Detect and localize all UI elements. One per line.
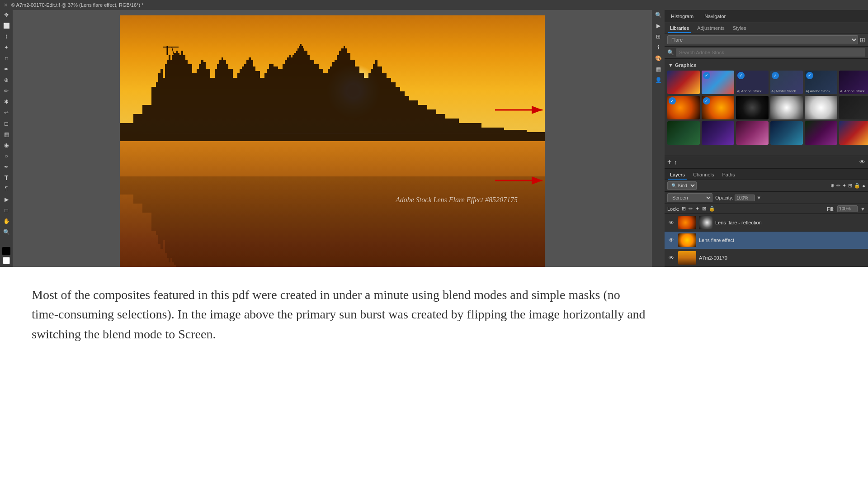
- brush-tool[interactable]: ✏: [1, 86, 11, 96]
- layer-visibility-2[interactable]: 👁: [667, 254, 675, 262]
- zoom-tool[interactable]: 🔍: [1, 227, 11, 237]
- lasso-tool[interactable]: ⌇: [1, 32, 11, 42]
- graphic-item[interactable]: ✓ A| Adobe Stock: [770, 71, 803, 94]
- filter-icon1[interactable]: ⊕: [830, 183, 835, 189]
- history-brush-tool[interactable]: ↩: [1, 108, 11, 118]
- fill-input[interactable]: [837, 205, 858, 212]
- graphic-item[interactable]: [839, 121, 868, 145]
- graphic-check: ✓: [806, 72, 813, 79]
- path-selection-tool[interactable]: ▶: [1, 195, 11, 204]
- graphic-item[interactable]: A| Adobe Stock: [839, 71, 868, 94]
- filter-icon4[interactable]: ⊞: [848, 183, 852, 189]
- graphic-item[interactable]: [702, 121, 734, 145]
- graphic-check: ✓: [669, 97, 676, 104]
- magic-wand-tool[interactable]: ✦: [1, 43, 11, 52]
- opacity-arrow[interactable]: ▼: [756, 195, 761, 200]
- filter-icon2[interactable]: ✏: [836, 183, 840, 189]
- tab-paths[interactable]: Paths: [721, 171, 737, 180]
- red-arrow-top: [495, 101, 545, 121]
- dodge-tool[interactable]: ○: [1, 151, 11, 161]
- filter-icon6[interactable]: ●: [862, 183, 865, 189]
- graphics-grid: ✓ ✓ A| Adobe Stock ✓ A| Adobe Stock ✓ A|…: [666, 71, 866, 145]
- tab-adjustments[interactable]: Adjustments: [695, 24, 726, 33]
- type-tool[interactable]: T: [1, 173, 11, 183]
- clone-stamp-tool[interactable]: ✱: [1, 97, 11, 107]
- play-icon[interactable]: ▶: [653, 21, 663, 31]
- shape-tool[interactable]: □: [1, 205, 11, 215]
- blend-mode-dropdown[interactable]: Screen: [667, 193, 712, 202]
- filter-icon5[interactable]: 🔒: [854, 183, 860, 189]
- layer-item-1[interactable]: 👁 Lens flare effect: [665, 232, 868, 249]
- background-color[interactable]: [3, 257, 10, 264]
- canvas-area: Adobe Stock Lens Flare Effect #85207175: [13, 10, 652, 267]
- hand-tool[interactable]: ✋: [1, 216, 11, 226]
- layers-panel: Layers Channels Paths 🔍 Kind ⊕ ✏ ✦ ⊞ 🔒 ●: [665, 168, 868, 267]
- graphic-item[interactable]: ✓: [702, 96, 734, 119]
- paragraph-tool[interactable]: ¶: [1, 184, 11, 194]
- graphic-item[interactable]: ✓: [702, 71, 734, 94]
- graphic-item[interactable]: [805, 96, 837, 119]
- lock-pixels-icon[interactable]: ⊞: [682, 206, 686, 212]
- graphic-item[interactable]: ✓ A| Adobe Stock: [736, 71, 769, 94]
- fill-arrow[interactable]: ▼: [860, 206, 865, 212]
- grid-icon[interactable]: ⊞: [653, 32, 663, 42]
- layer-item-0[interactable]: 👁 Lens flare - reflection: [665, 214, 868, 232]
- close-btn[interactable]: ✕: [4, 2, 8, 8]
- lock-all-icon[interactable]: 🔒: [709, 206, 715, 212]
- eyedropper-tool[interactable]: ✒: [1, 64, 11, 74]
- eye-icon-panel[interactable]: 👁: [859, 159, 865, 166]
- search-panel-icon[interactable]: 🔍: [653, 10, 663, 20]
- healing-brush-tool[interactable]: ⊕: [1, 75, 11, 85]
- library-dropdown[interactable]: Flare: [667, 35, 858, 44]
- graphic-item[interactable]: [667, 71, 700, 94]
- rectangle-select-tool[interactable]: ⬜: [1, 21, 11, 31]
- lock-brush-icon[interactable]: ✏: [689, 206, 693, 212]
- lock-artboard-icon[interactable]: ⊠: [702, 206, 706, 212]
- graphics-section: ▼ Graphics ✓ ✓ A| Adobe Stock ✓ A| Adobe…: [665, 59, 868, 156]
- tab-navigator[interactable]: Navigator: [702, 12, 728, 22]
- graphic-check: ✓: [772, 72, 779, 79]
- right-panel: Histogram Navigator Libraries Adjustment…: [665, 10, 868, 267]
- filter-icon3[interactable]: ✦: [842, 183, 846, 189]
- graphic-item[interactable]: [736, 121, 769, 145]
- info-icon[interactable]: ℹ: [653, 43, 663, 52]
- lock-position-icon[interactable]: ✦: [695, 206, 699, 212]
- crop-tool[interactable]: ⌗: [1, 53, 11, 63]
- graphic-item[interactable]: [839, 96, 868, 119]
- layer-name-0: Lens flare - reflection: [715, 220, 865, 225]
- layer-item-2[interactable]: 👁 A7m2-00170: [665, 249, 868, 267]
- graphic-item[interactable]: [770, 121, 803, 145]
- color-swatches-icon[interactable]: 🎨: [653, 53, 663, 63]
- tab-layers[interactable]: Layers: [668, 171, 687, 180]
- user-icon[interactable]: 👤: [653, 75, 663, 85]
- graphic-item[interactable]: ✓: [667, 96, 700, 119]
- panel-top-tabs: Histogram Navigator: [665, 10, 868, 22]
- gradient-tool[interactable]: ▦: [1, 129, 11, 139]
- graphic-item[interactable]: [770, 96, 803, 119]
- add-item-icon[interactable]: +: [667, 158, 671, 166]
- graphic-check: ✓: [737, 72, 745, 79]
- table-icon[interactable]: ▦: [653, 64, 663, 74]
- tab-channels[interactable]: Channels: [691, 171, 716, 180]
- graphic-item[interactable]: [805, 121, 837, 145]
- graphic-item[interactable]: ✓ A| Adobe Stock: [805, 71, 837, 94]
- foreground-color[interactable]: [2, 247, 10, 255]
- tab-styles[interactable]: Styles: [731, 24, 748, 33]
- tab-libraries[interactable]: Libraries: [668, 24, 691, 33]
- graphics-collapse-icon[interactable]: ▼: [668, 62, 673, 68]
- library-grid-icon[interactable]: ⊞: [860, 36, 865, 43]
- pen-tool[interactable]: ✒: [1, 162, 11, 172]
- graphic-item[interactable]: [736, 96, 769, 119]
- graphic-item[interactable]: [667, 121, 700, 145]
- search-input[interactable]: [676, 48, 865, 57]
- layer-kind-dropdown[interactable]: 🔍 Kind: [667, 181, 697, 190]
- layer-visibility-1[interactable]: 👁: [667, 236, 675, 244]
- upload-icon[interactable]: ↑: [674, 159, 677, 166]
- red-arrow-bottom: [495, 171, 545, 191]
- tab-histogram[interactable]: Histogram: [668, 12, 696, 22]
- opacity-input[interactable]: [735, 195, 755, 201]
- move-tool[interactable]: ✥: [1, 10, 11, 20]
- eraser-tool[interactable]: ◻: [1, 119, 11, 128]
- layer-visibility-0[interactable]: 👁: [667, 218, 675, 227]
- blur-tool[interactable]: ◉: [1, 140, 11, 150]
